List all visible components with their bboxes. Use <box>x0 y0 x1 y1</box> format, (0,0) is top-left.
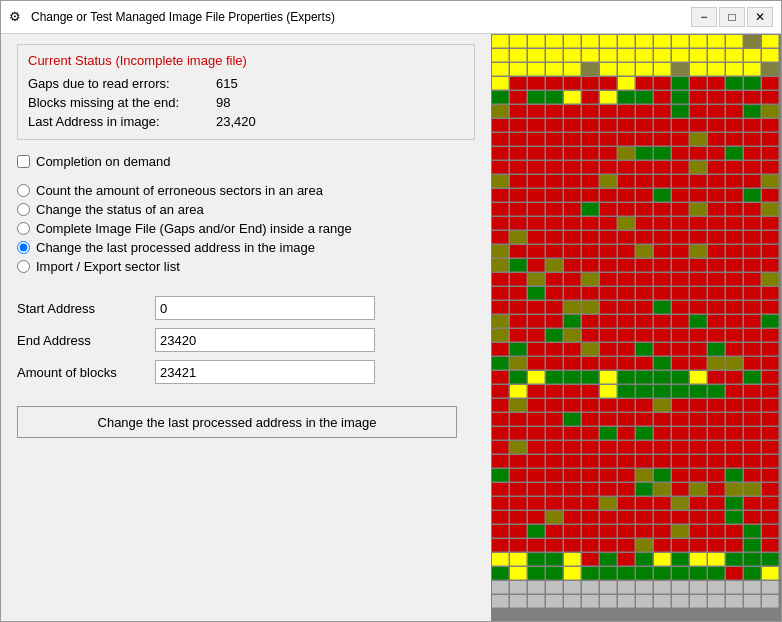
window-icon: ⚙ <box>9 9 25 25</box>
left-panel: Current Status (Incomplete image file) G… <box>1 34 491 621</box>
title-bar: ⚙ Change or Test Managed Image File Prop… <box>1 1 781 34</box>
radio-label-4[interactable]: Change the last processed address in the… <box>36 240 315 255</box>
radio-import-export[interactable] <box>17 260 30 273</box>
status-label-1: Gaps due to read errors: <box>28 76 208 91</box>
window-title: Change or Test Managed Image File Proper… <box>31 10 691 24</box>
radio-group: Count the amount of erroneous sectors in… <box>17 183 475 274</box>
completion-checkbox[interactable] <box>17 155 30 168</box>
checkbox-row: Completion on demand <box>17 154 475 169</box>
start-address-input[interactable] <box>155 296 375 320</box>
radio-row-5: Import / Export sector list <box>17 259 475 274</box>
status-label-3: Last Address in image: <box>28 114 208 129</box>
status-section: Current Status (Incomplete image file) G… <box>17 44 475 140</box>
completion-label[interactable]: Completion on demand <box>36 154 170 169</box>
radio-label-2[interactable]: Change the status of an area <box>36 202 204 217</box>
content-area: Current Status (Incomplete image file) G… <box>1 34 781 621</box>
status-value-1: 615 <box>216 76 238 91</box>
minimize-button[interactable]: − <box>691 7 717 27</box>
field-row-end: End Address <box>17 328 475 352</box>
radio-complete-image[interactable] <box>17 222 30 235</box>
radio-label-1[interactable]: Count the amount of erroneous sectors in… <box>36 183 323 198</box>
status-value-3: 23,420 <box>216 114 256 129</box>
status-row-2: Blocks missing at the end: 98 <box>28 93 464 112</box>
close-button[interactable]: ✕ <box>747 7 773 27</box>
amount-blocks-input[interactable] <box>155 360 375 384</box>
radio-row-4: Change the last processed address in the… <box>17 240 475 255</box>
radio-change-status[interactable] <box>17 203 30 216</box>
status-value-2: 98 <box>216 95 230 110</box>
start-address-label: Start Address <box>17 301 147 316</box>
end-address-label: End Address <box>17 333 147 348</box>
amount-blocks-label: Amount of blocks <box>17 365 147 380</box>
change-address-button[interactable]: Change the last processed address in the… <box>17 406 457 438</box>
end-address-input[interactable] <box>155 328 375 352</box>
status-label-2: Blocks missing at the end: <box>28 95 208 110</box>
maximize-button[interactable]: □ <box>719 7 745 27</box>
status-row-1: Gaps due to read errors: 615 <box>28 74 464 93</box>
fields-section: Start Address End Address Amount of bloc… <box>17 296 475 384</box>
radio-label-3[interactable]: Complete Image File (Gaps and/or End) in… <box>36 221 352 236</box>
status-row-3: Last Address in image: 23,420 <box>28 112 464 131</box>
field-row-blocks: Amount of blocks <box>17 360 475 384</box>
radio-row-3: Complete Image File (Gaps and/or End) in… <box>17 221 475 236</box>
status-title: Current Status (Incomplete image file) <box>28 53 464 68</box>
window-controls: − □ ✕ <box>691 7 773 27</box>
radio-erroneous-sectors[interactable] <box>17 184 30 197</box>
field-row-start: Start Address <box>17 296 475 320</box>
action-button-row: Change the last processed address in the… <box>17 406 475 438</box>
radio-change-last-address[interactable] <box>17 241 30 254</box>
radio-row-2: Change the status of an area <box>17 202 475 217</box>
main-window: ⚙ Change or Test Managed Image File Prop… <box>0 0 782 622</box>
radio-label-5[interactable]: Import / Export sector list <box>36 259 180 274</box>
grid-visualization <box>491 34 781 621</box>
right-panel <box>491 34 781 621</box>
radio-row-1: Count the amount of erroneous sectors in… <box>17 183 475 198</box>
